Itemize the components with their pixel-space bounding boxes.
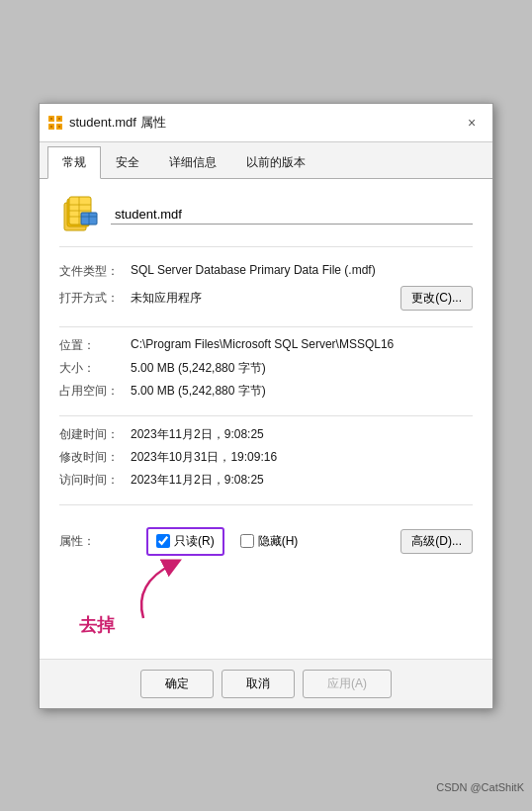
accessed-label: 访问时间： bbox=[59, 472, 131, 489]
tab-previous-versions[interactable]: 以前的版本 bbox=[231, 146, 320, 178]
location-row: 位置： C:\Program Files\Microsoft SQL Serve… bbox=[59, 337, 473, 354]
file-type-value: SQL Server Database Primary Data File (.… bbox=[131, 263, 473, 277]
content-area: 文件类型： SQL Server Database Primary Data F… bbox=[40, 179, 492, 659]
size-label: 大小： bbox=[59, 360, 131, 377]
file-type-icon bbox=[59, 195, 99, 234]
attr-label: 属性： bbox=[59, 533, 131, 550]
title-bar: student.mdf 属性 × bbox=[40, 104, 492, 142]
size-value: 5.00 MB (5,242,880 字节) bbox=[131, 360, 473, 377]
open-with-value: 未知应用程序 bbox=[131, 290, 393, 307]
open-with-label: 打开方式： bbox=[59, 290, 131, 307]
watermark: CSDN @CatShitK bbox=[436, 781, 524, 793]
modified-row: 修改时间： 2023年10月31日，19:09:16 bbox=[59, 449, 473, 466]
modified-value: 2023年10月31日，19:09:16 bbox=[131, 449, 473, 466]
modified-label: 修改时间： bbox=[59, 449, 131, 466]
created-row: 创建时间： 2023年11月2日，9:08:25 bbox=[59, 426, 473, 443]
file-type-row: 文件类型： SQL Server Database Primary Data F… bbox=[59, 263, 473, 280]
location-section: 位置： C:\Program Files\Microsoft SQL Serve… bbox=[59, 337, 473, 416]
annotation-text: 去掉 bbox=[79, 613, 115, 637]
disk-size-row: 占用空间： 5.00 MB (5,242,880 字节) bbox=[59, 383, 473, 400]
title-bar-left: student.mdf 属性 bbox=[47, 114, 166, 132]
location-label: 位置： bbox=[59, 337, 131, 354]
svg-rect-5 bbox=[58, 118, 60, 120]
readonly-checkbox[interactable] bbox=[156, 534, 170, 548]
annotation-arrow bbox=[114, 554, 232, 623]
tab-details[interactable]: 详细信息 bbox=[154, 146, 231, 178]
readonly-label: 只读(R) bbox=[174, 533, 215, 550]
cancel-button[interactable]: 取消 bbox=[222, 670, 295, 698]
created-label: 创建时间： bbox=[59, 426, 131, 443]
file-name-input[interactable] bbox=[111, 205, 473, 225]
disk-size-value: 5.00 MB (5,242,880 字节) bbox=[131, 383, 473, 400]
attr-row: 属性： 只读(R) 隐藏(H) 高级(D)... bbox=[59, 527, 473, 556]
dialog-title: student.mdf 属性 bbox=[69, 114, 166, 132]
file-icon-area bbox=[59, 195, 99, 234]
accessed-value: 2023年11月2日，9:08:25 bbox=[131, 472, 473, 489]
change-button[interactable]: 更改(C)... bbox=[400, 286, 473, 311]
svg-rect-4 bbox=[50, 118, 52, 120]
tab-security[interactable]: 安全 bbox=[101, 146, 154, 178]
apply-button[interactable]: 应用(A) bbox=[303, 670, 392, 698]
properties-dialog: student.mdf 属性 × 常规 安全 详细信息 以前的版本 bbox=[39, 103, 493, 709]
svg-rect-6 bbox=[50, 126, 52, 128]
advanced-button[interactable]: 高级(D)... bbox=[400, 529, 473, 554]
created-value: 2023年11月2日，9:08:25 bbox=[131, 426, 473, 443]
tab-general[interactable]: 常规 bbox=[47, 146, 101, 179]
ok-button[interactable]: 确定 bbox=[140, 670, 214, 698]
file-type-label: 文件类型： bbox=[59, 263, 131, 280]
open-with-row: 打开方式： 未知应用程序 更改(C)... bbox=[59, 286, 473, 311]
svg-rect-7 bbox=[58, 126, 60, 128]
title-file-icon bbox=[47, 115, 63, 131]
close-button[interactable]: × bbox=[459, 110, 485, 135]
file-type-section: 文件类型： SQL Server Database Primary Data F… bbox=[59, 263, 473, 327]
disk-size-label: 占用空间： bbox=[59, 383, 131, 400]
hidden-label: 隐藏(H) bbox=[258, 533, 299, 550]
timestamps-section: 创建时间： 2023年11月2日，9:08:25 修改时间： 2023年10月3… bbox=[59, 426, 473, 505]
readonly-checkbox-item[interactable]: 只读(R) bbox=[156, 533, 215, 550]
annotation-area: 去掉 bbox=[59, 564, 473, 643]
size-row: 大小： 5.00 MB (5,242,880 字节) bbox=[59, 360, 473, 377]
file-name-row bbox=[59, 195, 473, 247]
location-value: C:\Program Files\Microsoft SQL Server\MS… bbox=[131, 337, 473, 351]
hidden-checkbox[interactable] bbox=[240, 534, 254, 548]
checkbox-group: 只读(R) 隐藏(H) bbox=[146, 527, 385, 556]
readonly-highlight-box: 只读(R) bbox=[146, 527, 224, 556]
button-bar: 确定 取消 应用(A) bbox=[40, 659, 492, 708]
accessed-row: 访问时间： 2023年11月2日，9:08:25 bbox=[59, 472, 473, 489]
hidden-checkbox-item[interactable]: 隐藏(H) bbox=[240, 533, 299, 550]
tab-bar: 常规 安全 详细信息 以前的版本 bbox=[40, 142, 492, 179]
